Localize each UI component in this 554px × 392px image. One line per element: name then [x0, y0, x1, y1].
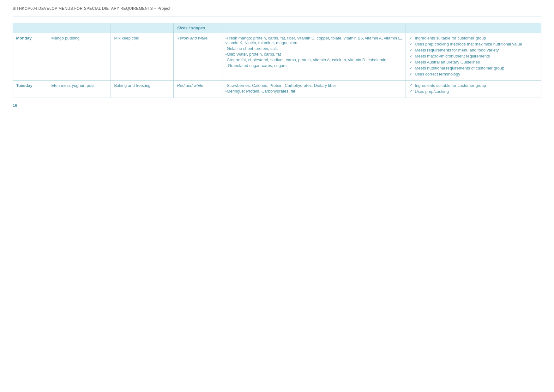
- header-divider: [13, 16, 541, 16]
- nutrients-cell-1: -Strawberries: Calories, Protein, Carboh…: [222, 81, 406, 98]
- criteria-item: Meets Australian Dietary Guidelines: [409, 60, 538, 64]
- method-cell-1: Baking and freezing: [111, 81, 174, 98]
- nutrient-item: -Gelatine sheet: protein, salt.: [226, 46, 403, 51]
- col-header-dish: [48, 23, 111, 33]
- criteria-item: Meets macro-/micronutrient requirements: [409, 54, 538, 58]
- criteria-item: Uses correct terminology: [409, 72, 538, 76]
- criteria-item: Ingredients suitable for customer group: [409, 36, 538, 40]
- criteria-cell-1: Ingredients suitable for customer groupU…: [406, 81, 541, 98]
- nutrient-item: -Cream: fat, cholesterol, sodium, carbs,…: [226, 57, 403, 62]
- page-number: 16: [13, 103, 541, 108]
- nutrient-item: -Meringue: Protein, Carbohydrates, fat: [226, 89, 403, 93]
- nutrients-cell-0: -Fresh mango: protein, carbs, fat, fiber…: [222, 33, 406, 81]
- criteria-item: Uses prep/cooking: [409, 89, 538, 94]
- criteria-cell-0: Ingredients suitable for customer groupU…: [406, 33, 541, 81]
- menu-table: Sizes / shapes. MondayMango puddingMix k…: [13, 23, 541, 98]
- day-cell-1: Tuesday: [13, 81, 48, 98]
- nutrient-item: - Granulated sugar: carbs, sugars: [226, 63, 403, 68]
- criteria-item: Ingredients suitable for customer group: [409, 83, 538, 88]
- col-header-day: [13, 23, 48, 33]
- day-cell-0: Monday: [13, 33, 48, 81]
- table-header-row: Sizes / shapes.: [13, 23, 541, 33]
- nutrient-item: -Strawberries: Calories, Protein, Carboh…: [226, 83, 403, 88]
- col-header-method: [111, 23, 174, 33]
- sizes-label: Sizes / shapes.: [177, 26, 206, 30]
- col-header-criteria: [406, 23, 541, 33]
- dish-cell-1: Eton mess yoghurt pots: [48, 81, 111, 98]
- col-header-sizes: Sizes / shapes.: [174, 23, 222, 33]
- sizes-cell-0: Yellow and white: [174, 33, 222, 81]
- method-cell-0: Mix keep cold: [111, 33, 174, 81]
- col-header-nutrients: [222, 23, 406, 33]
- sizes-cell-1: Red and white: [174, 81, 222, 98]
- criteria-item: Uses prep/cooking methods that maximize …: [409, 42, 538, 46]
- table-row: TuesdayEton mess yoghurt potsBaking and …: [13, 81, 541, 98]
- criteria-item: Meets requirements for menu and food var…: [409, 48, 538, 52]
- page-header: SITHKOP004 DEVELOP MENUS FOR SPECIAL DIE…: [13, 6, 541, 11]
- table-row: MondayMango puddingMix keep coldYellow a…: [13, 33, 541, 81]
- dish-cell-0: Mango pudding: [48, 33, 111, 81]
- nutrient-item: -Milk: Water, protein, carbs, fat: [226, 52, 403, 57]
- criteria-item: Meets nutritional requirements of custom…: [409, 66, 538, 70]
- nutrient-item: -Fresh mango: protein, carbs, fat, fiber…: [226, 36, 403, 45]
